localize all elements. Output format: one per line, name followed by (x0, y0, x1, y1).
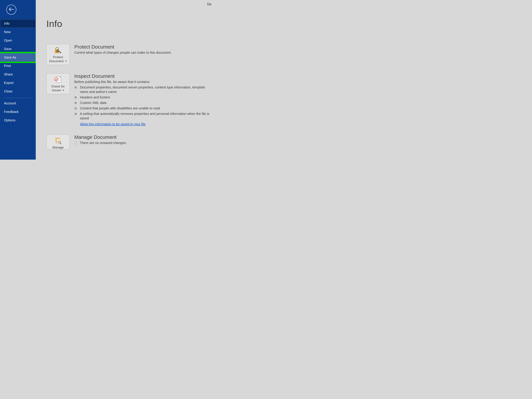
nav-item-save[interactable]: Save (0, 45, 36, 53)
list-item: A setting that automatically removes pro… (74, 112, 211, 120)
allow-info-link[interactable]: Allow this information to be saved in yo… (80, 122, 146, 126)
list-item: Headers and footers (74, 95, 211, 100)
manage-heading: Manage Document (74, 134, 127, 140)
nav-item-label: Options (4, 118, 15, 122)
nav-item-label: Print (4, 64, 11, 68)
back-button[interactable] (6, 5, 16, 15)
nav-item-export[interactable]: Export (0, 79, 36, 87)
backstage-sidebar: Info New Open Save Save As Print Share E… (0, 0, 36, 160)
chevron-down-icon (63, 90, 64, 91)
nav-item-feedback[interactable]: Feedback (0, 108, 36, 116)
nav-item-print[interactable]: Print (0, 62, 36, 70)
backstage-main: Do Info (36, 0, 213, 160)
nav-item-label: Share (4, 72, 13, 76)
document-stack-magnify-icon (48, 137, 68, 145)
nav-item-label: Save As (4, 56, 16, 59)
backstage-view: Info New Open Save Save As Print Share E… (0, 0, 213, 160)
protect-document-tile[interactable]: Protect Document (46, 44, 70, 65)
manage-desc-text: There are no unsaved changes. (80, 141, 127, 145)
nav-item-label: Account (4, 101, 16, 105)
list-item: Content that people with disabilities ar… (74, 106, 211, 111)
inspect-heading: Inspect Document (74, 73, 211, 79)
nav-item-label: Close (4, 89, 13, 93)
nav-item-label: Info (4, 22, 9, 25)
tile-label: Protect Document (49, 55, 64, 63)
manage-document-tile[interactable]: Manage (46, 134, 70, 150)
section-inspect: Check for Issues Inspect Document Before… (46, 73, 213, 126)
nav-separator (4, 98, 32, 98)
protect-heading: Protect Document (74, 44, 171, 50)
manage-desc: There are no unsaved changes. (74, 141, 127, 145)
nav-list: Info New Open Save Save As Print Share E… (0, 19, 36, 125)
lock-key-icon (48, 46, 68, 55)
nav-item-label: New (4, 30, 11, 34)
nav-item-account[interactable]: Account (0, 99, 36, 108)
inspect-desc: Before publishing this file, be aware th… (74, 80, 211, 84)
document-check-icon (48, 76, 68, 84)
nav-item-label: Save (4, 47, 12, 51)
document-outline-icon (74, 141, 77, 145)
inspect-bullet-list: Document properties, document server pro… (74, 85, 211, 120)
nav-item-options[interactable]: Options (0, 116, 36, 125)
arrow-left-icon (8, 7, 14, 13)
list-item: Document properties, document server pro… (74, 85, 211, 94)
nav-item-close[interactable]: Close (0, 87, 36, 95)
list-item: Custom XML data (74, 101, 211, 105)
nav-item-info[interactable]: Info (0, 19, 36, 28)
svg-point-10 (55, 78, 58, 81)
section-manage: Manage Manage Document There are no unsa… (46, 134, 213, 150)
protect-desc: Control what types of changes people can… (74, 51, 171, 55)
page-title: Info (46, 18, 213, 29)
nav-item-new[interactable]: New (0, 28, 36, 36)
nav-item-save-as[interactable]: Save As (0, 53, 36, 62)
check-for-issues-tile[interactable]: Check for Issues (46, 73, 70, 94)
nav-item-label: Feedback (4, 110, 19, 114)
nav-item-label: Open (4, 38, 12, 42)
chevron-down-icon (65, 61, 67, 62)
tile-label: Manage (52, 146, 64, 149)
nav-item-share[interactable]: Share (0, 70, 36, 79)
section-protect: Protect Document Protect Document Contro… (46, 44, 213, 65)
nav-item-open[interactable]: Open (0, 36, 36, 45)
nav-item-label: Export (4, 81, 14, 85)
titlebar-text: Do (207, 2, 211, 6)
